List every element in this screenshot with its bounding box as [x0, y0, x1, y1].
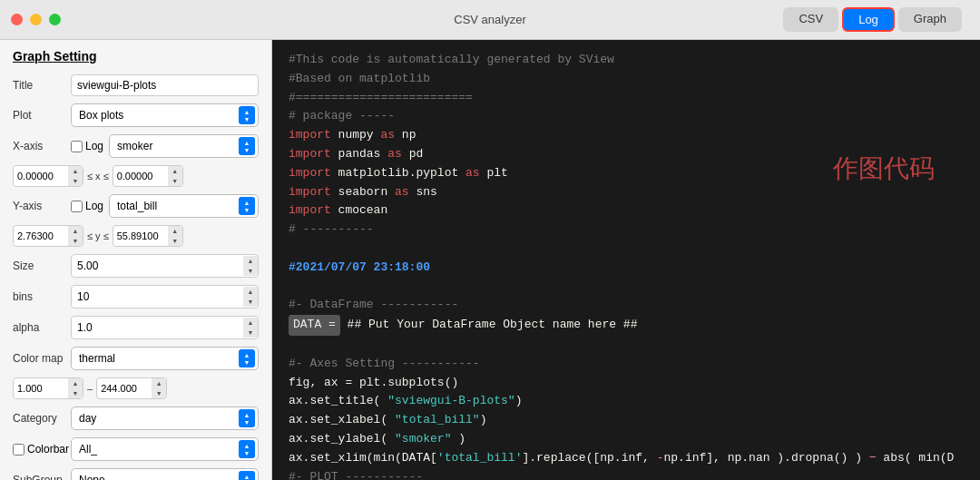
size-stepper: ▲ ▼ [71, 254, 259, 278]
subgroup-row: SubGroup None_ [13, 468, 259, 480]
category-select[interactable]: day [71, 407, 259, 430]
code-line-5: import numpy as np [289, 126, 964, 145]
size-down[interactable]: ▼ [243, 266, 258, 276]
bins-row: bins ▲ ▼ [13, 285, 259, 309]
size-input[interactable] [71, 254, 259, 278]
color-max-up[interactable]: ▲ [152, 378, 166, 388]
yaxis-row: Y-axis Log total_bill [13, 194, 259, 218]
yaxis-max-down[interactable]: ▼ [168, 236, 182, 246]
window-title: CSV analyzer [454, 13, 525, 26]
alpha-down[interactable]: ▼ [243, 328, 258, 338]
yaxis-min-down[interactable]: ▼ [68, 236, 83, 246]
title-label: Title [13, 79, 65, 92]
xaxis-min-stepper: ▲ ▼ [13, 165, 83, 187]
colorbar-select[interactable]: All_ [71, 437, 259, 461]
category-select-wrap: day [71, 407, 259, 430]
code-line-22: ax.set_xlim(min(DATA['total_bill'].repla… [289, 449, 964, 468]
xaxis-max-up[interactable]: ▲ [168, 166, 182, 176]
code-line-14: #- DataFrame ----------- [289, 296, 964, 315]
watermark: 作图代码 [833, 149, 935, 190]
maximize-button[interactable] [49, 14, 61, 25]
colorbar-label: Colorbar [13, 443, 65, 456]
color-max-down[interactable]: ▼ [152, 388, 166, 398]
colorbar-checkbox[interactable] [13, 444, 24, 456]
code-line-15: DATA = ## Put Your DataFrame Object name… [289, 315, 964, 336]
color-min-down[interactable]: ▼ [68, 388, 83, 398]
bins-stepper: ▲ ▼ [71, 285, 259, 309]
alpha-up[interactable]: ▲ [243, 318, 258, 328]
xaxis-max-down[interactable]: ▼ [168, 176, 182, 186]
yaxis-min-up[interactable]: ▲ [68, 226, 83, 236]
xaxis-max-stepper: ▲ ▼ [113, 165, 183, 187]
xaxis-log-text: Log [85, 140, 103, 152]
code-line-2: #Based on matplotlib [289, 70, 964, 89]
yaxis-log-checkbox[interactable] [71, 201, 83, 212]
xaxis-log-label: Log [71, 140, 103, 152]
alpha-row: alpha ▲ ▼ [13, 316, 259, 339]
plot-select[interactable]: Box plots [71, 103, 259, 127]
code-line-1: #This code is automatically generated by… [289, 51, 964, 70]
size-up[interactable]: ▲ [243, 256, 258, 266]
code-line-9: import cmocean [289, 201, 964, 220]
xaxis-label: X-axis [13, 140, 65, 152]
bins-label: bins [13, 290, 65, 303]
plot-row: Plot Box plots [13, 103, 259, 127]
xaxis-log-checkbox[interactable] [71, 141, 83, 152]
code-line-16 [289, 336, 964, 355]
tab-log[interactable]: Log [842, 7, 895, 32]
yaxis-var-wrap: total_bill [109, 194, 259, 218]
alpha-input[interactable] [71, 316, 259, 339]
yaxis-max-stepper: ▲ ▼ [113, 225, 183, 247]
close-button[interactable] [11, 14, 23, 25]
traffic-lights [11, 14, 61, 25]
plot-label: Plot [13, 109, 65, 122]
title-input[interactable] [71, 74, 259, 96]
colormap-select[interactable]: thermal [71, 347, 259, 370]
color-min-up[interactable]: ▲ [68, 378, 83, 388]
data-box: DATA = [289, 315, 340, 336]
size-label: Size [13, 260, 65, 272]
xaxis-min-up[interactable]: ▲ [68, 166, 83, 176]
nav-tabs: CSV Log Graph [783, 7, 962, 32]
main-content: Graph Setting Title Plot Box plots X-axi… [0, 40, 980, 480]
xaxis-range-sym: ≤ x ≤ [87, 171, 109, 181]
color-min-stepper: ▲ ▼ [13, 377, 83, 399]
title-row: Title [13, 74, 259, 96]
subgroup-select[interactable]: None_ [71, 468, 259, 480]
xaxis-var-select[interactable]: smoker [109, 134, 259, 158]
code-line-23: #- PLOT ----------- [289, 468, 964, 480]
subgroup-label: SubGroup [13, 474, 65, 480]
colorbar-text: Colorbar [27, 443, 69, 456]
alpha-stepper: ▲ ▼ [71, 316, 259, 339]
code-line-17: #- Axes Setting ----------- [289, 355, 964, 374]
colormap-label: Color map [13, 352, 65, 365]
bins-up[interactable]: ▲ [243, 287, 258, 297]
minimize-button[interactable] [30, 14, 42, 25]
tab-graph[interactable]: Graph [898, 7, 962, 32]
size-row: Size ▲ ▼ [13, 254, 259, 278]
tab-csv[interactable]: CSV [783, 7, 838, 32]
yaxis-range-sym: ≤ y ≤ [87, 230, 109, 241]
plot-select-wrap: Box plots [71, 103, 259, 127]
code-panel: 作图代码 #This code is automatically generat… [272, 40, 980, 480]
code-line-4: # package ----- [289, 107, 964, 126]
yaxis-max-up[interactable]: ▲ [168, 226, 182, 236]
yaxis-log-label: Log [71, 200, 103, 212]
colorbar-select-wrap: All_ [71, 437, 259, 461]
color-range-row: ▲ ▼ – ▲ ▼ [13, 377, 259, 399]
xaxis-row: X-axis Log smoker [13, 134, 259, 158]
code-line-13 [289, 278, 964, 297]
yaxis-label: Y-axis [13, 200, 65, 212]
colorbar-row: Colorbar All_ [13, 437, 259, 461]
title-bar: CSV analyzer CSV Log Graph [0, 0, 980, 40]
yaxis-min-stepper: ▲ ▼ [13, 225, 83, 247]
category-row: Category day [13, 407, 259, 430]
bins-input[interactable] [71, 285, 259, 309]
code-line-20: ax.set_xlabel( "total_bill") [289, 411, 964, 430]
subgroup-select-wrap: None_ [71, 468, 259, 480]
xaxis-min-down[interactable]: ▼ [68, 176, 83, 186]
xaxis-var-wrap: smoker [109, 134, 259, 158]
bins-down[interactable]: ▼ [243, 297, 258, 307]
left-panel: Graph Setting Title Plot Box plots X-axi… [0, 40, 272, 480]
yaxis-var-select[interactable]: total_bill [109, 194, 259, 218]
